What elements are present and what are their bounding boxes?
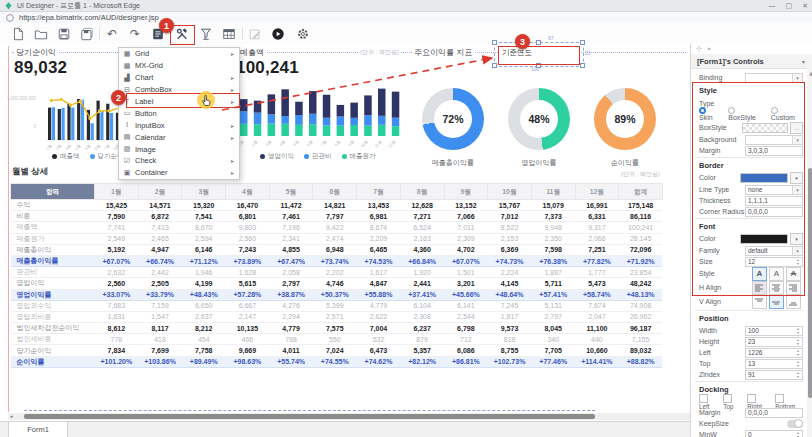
run-icon[interactable] [270, 26, 286, 42]
menu-item-label: MX-Grid [135, 61, 163, 70]
dropdown-icon[interactable]: ▾ [792, 74, 802, 82]
close-icon[interactable]: ✕ [802, 2, 808, 10]
menu-item-label: ComboBox [135, 85, 172, 94]
menu-item-combobox[interactable]: ⊟ComboBox▸ [119, 84, 239, 96]
halign-label: H Align [699, 284, 752, 291]
line-type-select[interactable]: none▾ [745, 185, 803, 195]
left-stepper[interactable]: 1226▴▾ [745, 348, 803, 358]
sales-stacked-chart[interactable]: 1월2월3월4월5월6월7월8월9월10월11월12월 [234, 80, 408, 156]
menu-item-calendar[interactable]: ▤Calendar▸ [119, 131, 239, 143]
align-left-icon[interactable] [752, 281, 767, 295]
table-cell: 2,308 [400, 311, 444, 322]
docking-checkboxes: Left Top Right Bottom [699, 396, 803, 407]
valign-bottom-icon[interactable] [786, 295, 801, 309]
table-cell: 7,011 [444, 222, 488, 233]
donut-chart-순이익률[interactable]: 89% [594, 88, 656, 150]
table-cell: 4,011 [269, 345, 313, 356]
chevron-down-icon[interactable]: ▾ [802, 58, 805, 65]
corner-radius-input[interactable]: 0,0,0,0 [745, 207, 803, 217]
menu-item-mx-grid[interactable]: ▩MX-Grid [119, 60, 239, 72]
menu-item-inputbox[interactable]: IInputBox▸ [119, 119, 239, 131]
tools-icon[interactable] [174, 26, 190, 42]
horizontal-scrollbar[interactable]: ◂ [8, 413, 690, 420]
valign-top-icon[interactable] [752, 295, 767, 309]
border-color-dropdown-icon[interactable]: ▾ [790, 172, 803, 184]
background-row: Background ▾ [699, 134, 803, 145]
menu-item-label: Button [135, 109, 157, 118]
undo-icon[interactable]: ↶ [104, 26, 120, 42]
binding-select[interactable]: ▾ [745, 73, 803, 83]
boxstyle-more-button[interactable]: … [790, 122, 803, 134]
panel-collapse-icon[interactable]: » [707, 45, 711, 53]
maximize-icon[interactable]: ▢ [786, 2, 793, 10]
redo-icon[interactable]: ↷ [127, 26, 143, 42]
table-cell: 11,472 [269, 200, 313, 211]
funnel-icon[interactable] [198, 26, 214, 42]
component-context-menu: ▦Grid▸▩MX-Grid▟Chart▸⊟ComboBox▸TLabel▸▭B… [118, 47, 240, 180]
boxstyle-swatch[interactable] [742, 123, 788, 133]
table-row: 매출총이익률+67.07%+66.74%+71.12%+73.89%+67.47… [11, 255, 663, 266]
menu-item-image[interactable]: ▨Image [119, 143, 239, 155]
browser-window: UI Designer - 프로툴 1 - Microsoft Edge — ▢… [0, 0, 812, 437]
table-cell: 5,399 [313, 300, 357, 311]
menu-item-button[interactable]: ▭Button [119, 107, 239, 119]
bold-button[interactable]: A [752, 267, 767, 281]
minimize-icon[interactable]: — [769, 2, 776, 9]
top-stepper[interactable]: 13▴▾ [745, 359, 803, 369]
minw-stepper[interactable]: 0▴▾ [745, 430, 803, 437]
valign-middle-icon[interactable] [769, 295, 784, 309]
thickness-input[interactable]: 1,1,1,1 [745, 196, 803, 206]
panel-header[interactable]: [Form1]'s Controls ▾ [691, 54, 812, 69]
docking-margin-input[interactable]: 0,0,0,0 [745, 408, 803, 418]
zindex-stepper[interactable]: 91▴▾ [745, 370, 803, 380]
save-icon[interactable] [56, 26, 72, 42]
legend-item[interactable]: 판관비 [304, 152, 332, 161]
grid-view-icon[interactable] [221, 26, 237, 42]
font-color-swatch[interactable] [740, 234, 788, 244]
tab-form1[interactable]: Form1 [8, 422, 68, 437]
italic-button[interactable]: A [769, 267, 784, 281]
font-size-stepper[interactable]: 12▴▾ [745, 257, 803, 267]
donut-chart-매출총이익률[interactable]: 72% [422, 88, 484, 150]
table-cell: 550 [313, 334, 357, 345]
background-label: Background [699, 136, 745, 143]
width-stepper[interactable]: 100▴▾ [745, 326, 803, 336]
menu-item-container[interactable]: ▣Container▸ [119, 167, 239, 179]
radio-custom[interactable]: Custom [771, 107, 803, 121]
legend-item[interactable]: 매출액 [52, 152, 80, 161]
height-stepper[interactable]: 23▴▾ [745, 337, 803, 347]
width-row: Width100▴▾ [699, 325, 803, 336]
site-info-icon[interactable] [5, 13, 15, 23]
menu-item-chart[interactable]: ▟Chart▸ [119, 72, 239, 84]
scroll-left-icon[interactable]: ◂ [10, 413, 13, 419]
radio-boxstyle[interactable]: BoxStyle [728, 107, 764, 121]
margin-input[interactable]: 3,0,3,0 [745, 146, 803, 156]
donut-chart-영업이익률[interactable]: 48% [508, 88, 570, 150]
legend-item[interactable]: 매출원가 [342, 152, 376, 161]
new-file-icon[interactable] [10, 26, 26, 42]
save-all-icon[interactable] [79, 26, 95, 42]
scrollbar-thumb[interactable] [24, 414, 595, 419]
border-color-swatch[interactable] [740, 173, 788, 183]
align-center-icon[interactable] [769, 281, 784, 295]
font-color-dropdown-icon[interactable]: ▾ [790, 233, 803, 245]
legend-item[interactable]: 영업이익 [260, 152, 294, 161]
edit-icon[interactable] [247, 26, 263, 42]
radio-skin[interactable]: Skin [699, 107, 721, 121]
strikethrough-button[interactable]: A [786, 267, 801, 281]
font-family-select[interactable]: default▾ [745, 246, 803, 256]
table-cell: 4,855 [269, 244, 313, 255]
panel-scrollbar[interactable] [807, 68, 812, 437]
panel-scrollbar-thumb[interactable] [808, 168, 812, 398]
menu-item-grid[interactable]: ▦Grid▸ [119, 48, 239, 60]
keepsize-toggle[interactable] [787, 420, 803, 428]
menu-item-check[interactable]: ☑Check▸ [119, 155, 239, 167]
background-select[interactable]: ▾ [745, 135, 803, 145]
panel-dock-icon[interactable]: ⊹ [696, 45, 702, 53]
menu-item-label[interactable]: TLabel▸ [119, 96, 239, 108]
check-icon: ☑ [119, 157, 135, 165]
align-right-icon[interactable] [786, 281, 801, 295]
url-text[interactable]: https://epa.bimatrix.com/AUD/designer.js… [19, 13, 159, 22]
settings-gear-icon[interactable] [295, 26, 311, 42]
open-folder-icon[interactable] [33, 26, 49, 42]
